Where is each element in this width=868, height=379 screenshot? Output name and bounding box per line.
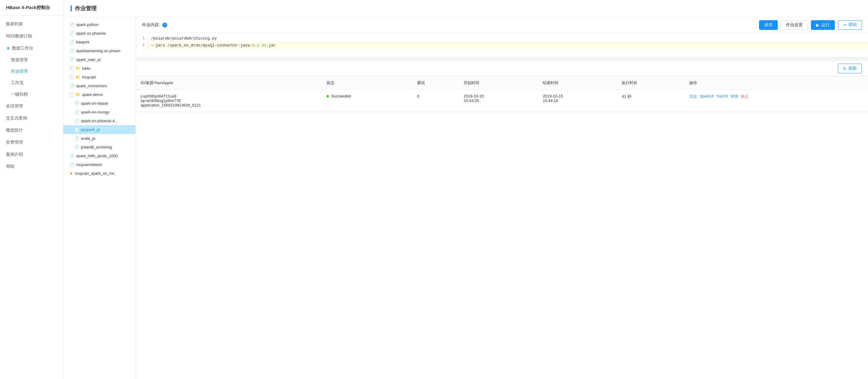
app-logo: HBase X-Pack控制台 <box>0 0 63 16</box>
tree-item-muyuan-spark-mc[interactable]: ★ muyuan_spark_on_mc <box>63 169 135 178</box>
tree-item-label: baiqishi <box>76 40 89 44</box>
table-header-row: ID/集群/YarnAppId 状态 重试 开始时间 结束时间 执行时长 操作 <box>136 77 868 90</box>
app-id: application_1569210813628_0121 <box>141 103 317 107</box>
tree-item-label: spark_user_pi <box>76 57 101 62</box>
cell-duration: 41 秒 <box>617 90 684 112</box>
code-line-2: 2 --jars /spark_on_drds/mysql-connector-… <box>136 42 868 49</box>
sidebar-item-interactive[interactable]: 交互式查询 <box>0 112 63 124</box>
cell-end: 2019-10-15 15:44:16 <box>538 90 617 112</box>
code-text: --jars /spark_on_drds/mysql-connector-ja… <box>151 43 252 48</box>
file-icon: 📄 <box>69 84 74 88</box>
save-button[interactable]: 保存 <box>759 20 778 30</box>
tree-item-spark-hdfs[interactable]: 📄 spark_hdfs_tpcds_1000 <box>63 152 135 160</box>
sidebar-item-workflow[interactable]: 工作流 <box>0 77 63 89</box>
tree-item-polardb-archiving[interactable]: 📄 polardb_archiving <box>63 143 135 152</box>
tree-item-spark-python[interactable]: 📄 spark python <box>63 20 135 29</box>
sidebar-item-label: 会话管理 <box>6 103 23 109</box>
cell-retry: 0 <box>412 90 459 112</box>
tree-item-spark-connectors[interactable]: 📄 spark_connectors <box>63 82 135 90</box>
code-version: 5.1.34 <box>252 43 266 48</box>
tree-item-spark-on-phoenix[interactable]: 📄 spark on phoenix <box>63 29 135 38</box>
col-end: 结束时间 <box>538 77 617 90</box>
sidebar-item-dataworkbench[interactable]: ▼ 数据工作台 <box>0 42 63 54</box>
help-button[interactable]: ↗ 帮助 <box>838 20 862 30</box>
editor-label-text: 作业内容: <box>142 22 160 28</box>
tree-item-muyuanrdstest[interactable]: 📄 muyuanrdstest <box>63 160 135 169</box>
chevron-down-icon: ▼ <box>6 46 10 51</box>
sidebar-item-archive[interactable]: 一键归档 <box>0 89 63 100</box>
table-row: j-uph5t0yn64711ua9 ap-wz908xxjj1p9nx778 … <box>136 90 868 112</box>
sidebar-item-jobmanage[interactable]: 作业管理 <box>0 66 63 77</box>
cell-status: Succeeded <box>322 90 412 112</box>
sidebar-item-label: 案例介绍 <box>6 152 23 157</box>
code-line-1: 1 /polardb/polardbArchiving.py <box>136 35 868 42</box>
tree-item-spark-on-hbase[interactable]: 📄 spark-on-hbase <box>63 99 135 108</box>
tree-folder-spark-demo[interactable]: − 📁 spark-demo <box>63 90 135 99</box>
tree-item-label: spark-demo <box>82 92 103 97</box>
help-label: 帮助 <box>848 22 857 28</box>
code-content: /polardb/polardbArchiving.py <box>148 35 868 42</box>
sidebar-item-label: 一键归档 <box>11 92 28 97</box>
sidebar-item-cluster[interactable]: 集群列表 <box>0 18 63 30</box>
sidebar-item-label: 集群列表 <box>6 22 23 27</box>
code-editor[interactable]: 1 /polardb/polardbArchiving.py 2 --jars … <box>136 33 868 57</box>
run-button[interactable]: ▶ 运行 <box>811 20 835 30</box>
cluster-id: ap-wz908xxjj1p9nx778 <box>141 98 317 103</box>
tree-item-scala-pi[interactable]: 📄 scala_pi <box>63 134 135 143</box>
line-number: 1 <box>136 35 148 42</box>
tree-item-spark-on-phoenix4[interactable]: 📄 spark-on-phoenix-4.. <box>63 117 135 125</box>
cell-id: j-uph5t0yn64711ua9 ap-wz908xxjj1p9nx778 … <box>136 90 322 112</box>
page-header: 作业管理 <box>63 0 868 17</box>
tree-folder-muyuan[interactable]: + 📁 muyuan <box>63 73 135 82</box>
tree-item-pyspark-pi[interactable]: 📄 pyspark_pi <box>63 125 135 134</box>
page-title: 作业管理 <box>75 5 97 12</box>
file-icon: 📄 <box>69 40 74 44</box>
tree-item-label: spark python <box>76 22 98 27</box>
folder-icon: 📁 <box>75 92 80 97</box>
actions-container: 日志 SparkUI YarnUI 详情 停止 <box>689 94 863 99</box>
sparkui-link[interactable]: SparkUI <box>700 94 714 99</box>
yarnui-link[interactable]: YarnUI <box>716 94 728 99</box>
line-number: 2 <box>136 42 148 49</box>
tree-item-label: spark_hdfs_tpcds_1000 <box>76 154 118 158</box>
tree-folder-baitu[interactable]: + 📁 baitu <box>63 64 135 73</box>
sidebar-item-rds[interactable]: RDS数据订阅 <box>0 30 63 42</box>
cell-actions: 日志 SparkUI YarnUI 详情 停止 <box>684 90 868 112</box>
tree-item-spark-user-pi[interactable]: 📄 spark_user_pi <box>63 55 135 64</box>
jobs-table: ID/集群/YarnAppId 状态 重试 开始时间 结束时间 执行时长 操作 <box>136 77 868 112</box>
detail-link[interactable]: 详情 <box>731 94 738 99</box>
run-label: 运行 <box>821 22 830 28</box>
sidebar-item-alert[interactable]: 告警管理 <box>0 136 63 149</box>
sidebar-item-session[interactable]: 会话管理 <box>0 100 63 112</box>
tree-item-baiqishi[interactable]: 📄 baiqishi <box>63 38 135 46</box>
plus-icon: + <box>69 75 74 80</box>
tree-item-spark-on-mongo[interactable]: 📄 spark-on-mongo <box>63 108 135 117</box>
log-link[interactable]: 日志 <box>689 94 697 99</box>
file-icon: 📄 <box>74 119 79 123</box>
sidebar-item-label: 帮助 <box>6 164 14 169</box>
sidebar-item-label: RDS数据订阅 <box>6 33 32 39</box>
tree-item-label: baitu <box>82 66 91 71</box>
tree-item-label: spark_connectors <box>76 84 107 88</box>
file-icon: 📄 <box>69 31 74 36</box>
main-content: 作业管理 📄 spark python 📄 spark on phoenix 📄… <box>63 0 868 379</box>
col-start: 开始时间 <box>459 77 538 90</box>
sidebar-menu: 集群列表 RDS数据订阅 ▼ 数据工作台 资源管理 作业管理 工作流 一键归档 … <box>0 16 63 379</box>
tree-item-sparkstreaming[interactable]: 📄 sparkstreaming on phoen <box>63 46 135 55</box>
header-bar <box>71 5 72 11</box>
sidebar-item-label: 告警管理 <box>6 140 23 145</box>
stop-link[interactable]: 停止 <box>741 94 748 99</box>
settings-button[interactable]: 作业设置 <box>781 20 808 30</box>
sidebar-item-resource[interactable]: 资源管理 <box>0 54 63 66</box>
sidebar-item-overview[interactable]: 概览统计 <box>0 124 63 136</box>
sidebar-item-help[interactable]: 帮助 <box>0 161 63 172</box>
refresh-button[interactable]: ↻ 刷新 <box>838 64 862 73</box>
status-label: Succeeded <box>331 94 351 98</box>
refresh-icon: ↻ <box>843 66 846 71</box>
file-icon: 📄 <box>69 154 74 158</box>
help-icon[interactable]: ? <box>162 23 167 28</box>
file-icon: 📄 <box>69 57 74 62</box>
right-panel: 作业内容: ? 保存 作业设置 ▶ 运行 ↗ 帮助 <box>136 17 868 379</box>
col-duration: 执行时长 <box>617 77 684 90</box>
sidebar-item-cases[interactable]: 案例介绍 <box>0 149 63 161</box>
